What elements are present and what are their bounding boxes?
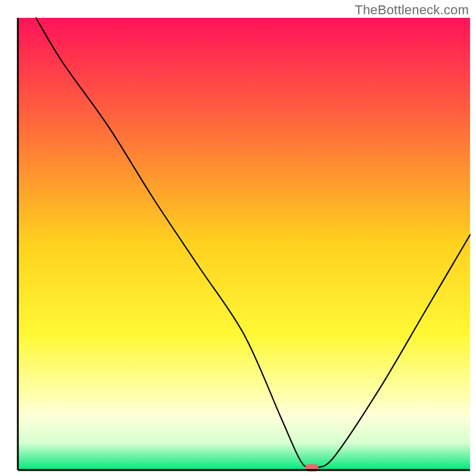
chart-svg [0, 0, 476, 476]
watermark-text: TheBottleneck.com [355, 2, 469, 18]
bottleneck-chart: TheBottleneck.com [0, 0, 476, 476]
plot-background [18, 18, 470, 470]
